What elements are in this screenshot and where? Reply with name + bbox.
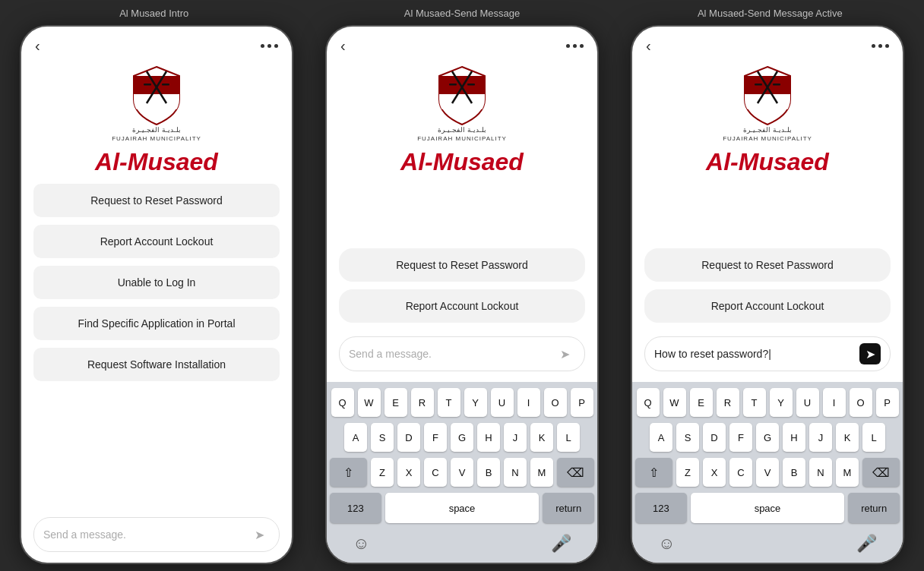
screen-label-active: Al Musaed-Send Message Active [616, 8, 924, 19]
key-F[interactable]: F [729, 423, 752, 452]
chat-btn-reset-password[interactable]: Request to Reset Password [644, 248, 891, 282]
key-W[interactable]: W [663, 388, 686, 417]
key-N[interactable]: N [809, 458, 832, 487]
key-E[interactable]: E [384, 388, 407, 417]
key-R[interactable]: R [717, 388, 739, 417]
back-button[interactable]: ‹ [340, 37, 346, 55]
key-T[interactable]: T [438, 388, 460, 417]
key-D[interactable]: D [397, 423, 420, 452]
key-return[interactable]: return [543, 493, 594, 523]
key-G[interactable]: G [451, 423, 473, 452]
key-Z[interactable]: Z [371, 458, 394, 487]
more-menu[interactable] [872, 44, 889, 48]
key-O[interactable]: O [544, 388, 567, 417]
key-X[interactable]: X [703, 458, 726, 487]
delete-key[interactable]: ⌫ [862, 458, 900, 487]
menu-item-software[interactable]: Request Software Installation [33, 348, 280, 381]
menu-item-find-portal[interactable]: Find Specific Application in Portal [33, 307, 280, 340]
emoji-icon[interactable]: ☺ [658, 534, 675, 554]
send-button[interactable]: ➤ [859, 343, 881, 364]
key-Y[interactable]: Y [464, 388, 487, 417]
key-O[interactable]: O [850, 388, 872, 417]
screen-intro: ‹ بلـديـة ال [20, 25, 293, 564]
key-C[interactable]: C [729, 458, 752, 487]
key-J[interactable]: J [504, 423, 527, 452]
more-menu[interactable] [566, 44, 584, 48]
menu-item-account-lockout[interactable]: Report Account Lockout [33, 225, 280, 258]
back-button[interactable]: ‹ [646, 37, 651, 55]
key-S[interactable]: S [676, 423, 699, 452]
key-Q[interactable]: Q [331, 388, 354, 417]
key-S[interactable]: S [371, 423, 394, 452]
key-L[interactable]: L [862, 423, 885, 452]
chat-button-list: Request to Reset Password Report Account… [339, 248, 585, 323]
key-U[interactable]: U [491, 388, 514, 417]
chat-btn-account-lockout[interactable]: Report Account Lockout [644, 289, 891, 323]
shift-key[interactable]: ⇧ [635, 458, 672, 487]
key-P[interactable]: P [571, 388, 593, 417]
key-123[interactable]: 123 [330, 493, 381, 523]
key-B[interactable]: B [783, 458, 805, 487]
shift-key[interactable]: ⇧ [330, 458, 367, 487]
send-button[interactable]: ➤ [554, 343, 575, 364]
back-button[interactable]: ‹ [35, 37, 40, 55]
key-T[interactable]: T [743, 388, 766, 417]
more-menu[interactable] [261, 44, 278, 48]
key-U[interactable]: U [796, 388, 819, 417]
key-I[interactable]: I [823, 388, 846, 417]
key-B[interactable]: B [477, 458, 500, 487]
key-I[interactable]: I [517, 388, 540, 417]
keyboard-row-1: Q W E R T Y U I O P [635, 388, 900, 417]
key-P[interactable]: P [876, 388, 899, 417]
key-Z[interactable]: Z [676, 458, 699, 487]
key-J[interactable]: J [809, 423, 832, 452]
key-F[interactable]: F [424, 423, 447, 452]
logo-area: بلـديـة الفجـيـرة FUJAIRAH MUNICIPALITY [327, 59, 597, 145]
key-A[interactable]: A [650, 423, 672, 452]
key-W[interactable]: W [358, 388, 381, 417]
key-V[interactable]: V [756, 458, 779, 487]
key-C[interactable]: C [424, 458, 447, 487]
message-input-bar[interactable]: How to reset password?| ➤ [644, 336, 891, 371]
chat-btn-account-lockout[interactable]: Report Account Lockout [339, 289, 585, 323]
key-K[interactable]: K [836, 423, 859, 452]
menu-item-unable-login[interactable]: Unable to Log In [33, 266, 280, 299]
english-subtitle: FUJAIRAH MUNICIPALITY [723, 135, 812, 142]
key-H[interactable]: H [477, 423, 500, 452]
chat-btn-reset-password[interactable]: Request to Reset Password [339, 248, 585, 282]
key-R[interactable]: R [411, 388, 434, 417]
svg-rect-11 [467, 84, 475, 86]
microphone-icon[interactable]: 🎤 [551, 534, 571, 554]
message-input-bar[interactable]: Send a message. ➤ [339, 336, 585, 371]
message-active-text: How to reset password?| [654, 348, 859, 360]
emoji-icon[interactable]: ☺ [353, 534, 369, 554]
key-X[interactable]: X [397, 458, 420, 487]
key-space[interactable]: space [385, 493, 540, 523]
keyboard-row-3: ⇧ Z X C V B N M ⌫ [635, 458, 900, 487]
screen-label-intro: Al Musaed Intro [0, 8, 308, 19]
key-Q[interactable]: Q [637, 388, 660, 417]
delete-key[interactable]: ⌫ [557, 458, 594, 487]
keyboard-row-1: Q W E R T Y U I O P [330, 388, 594, 417]
send-button[interactable]: ➤ [248, 524, 270, 545]
key-H[interactable]: H [783, 423, 805, 452]
microphone-icon[interactable]: 🎤 [856, 534, 877, 554]
svg-rect-17 [773, 84, 780, 86]
key-space[interactable]: space [691, 493, 845, 523]
key-L[interactable]: L [557, 423, 580, 452]
key-A[interactable]: A [344, 423, 367, 452]
key-123[interactable]: 123 [635, 493, 687, 523]
key-E[interactable]: E [690, 388, 713, 417]
key-K[interactable]: K [530, 423, 553, 452]
menu-item-reset-password[interactable]: Request to Reset Password [33, 184, 280, 217]
key-Y[interactable]: Y [770, 388, 793, 417]
key-M[interactable]: M [836, 458, 859, 487]
key-return[interactable]: return [848, 493, 900, 523]
key-M[interactable]: M [530, 458, 553, 487]
key-N[interactable]: N [504, 458, 527, 487]
message-input-bar[interactable]: Send a message. ➤ [33, 517, 280, 552]
key-D[interactable]: D [703, 423, 726, 452]
key-V[interactable]: V [451, 458, 473, 487]
key-G[interactable]: G [756, 423, 779, 452]
svg-rect-6 [439, 76, 485, 94]
